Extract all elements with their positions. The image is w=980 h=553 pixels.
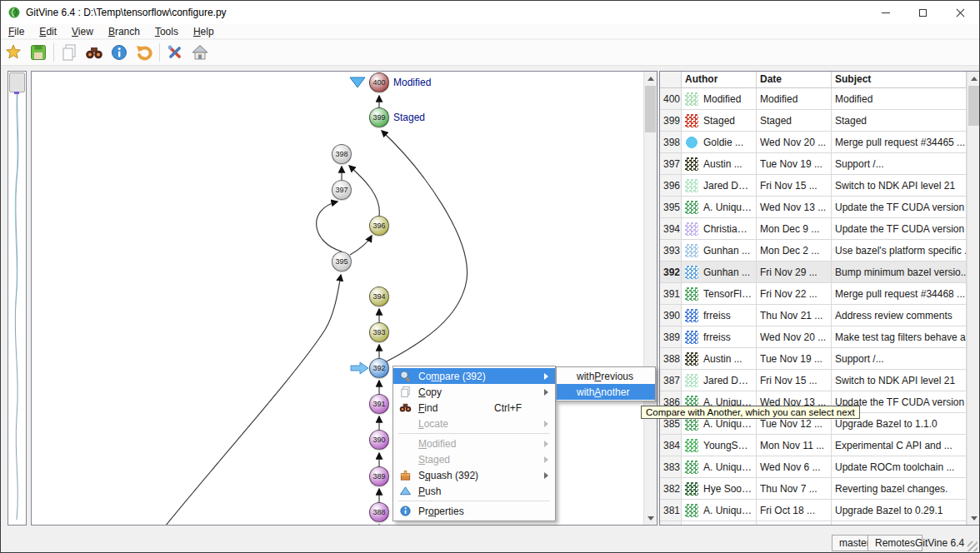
menu-tools[interactable]: Tools <box>148 25 186 38</box>
table-row-selected[interactable]: 392Gunhan ...Fri Nov 29 ...Bump minimum … <box>660 262 967 283</box>
table-row[interactable]: 389frreissWed Nov 20 ...Make test tag fi… <box>660 326 967 348</box>
table-row[interactable]: 396Jared DukeFri Nov 15 ...Switch to NDK… <box>660 175 967 197</box>
context-menu-item-push[interactable]: Push <box>393 483 555 499</box>
save-icon <box>29 43 48 62</box>
table-row[interactable]: 388Austin ...Tue Nov 19 ...Support /... <box>660 348 967 370</box>
table-row[interactable]: 381A. Unique ...Fri Oct 18 ...Upgrade Ba… <box>660 500 967 521</box>
submenu-arrow-icon <box>544 373 548 380</box>
context-menu-item-locate[interactable]: Locate <box>393 416 555 431</box>
table-row[interactable]: 390frreissThu Nov 21 ...Address review c… <box>660 305 967 326</box>
menu-separator <box>398 501 550 501</box>
menu-view[interactable]: View <box>64 25 101 38</box>
commit-node[interactable]: 399 <box>369 107 389 127</box>
menu-branch[interactable]: Branch <box>101 25 148 38</box>
scroll-thumb[interactable] <box>968 86 979 126</box>
column-header-num[interactable] <box>660 72 682 88</box>
commit-node[interactable]: 388 <box>369 502 389 522</box>
commit-table-panel[interactable]: Author Date Subject 400ModifiedModifiedM… <box>659 71 980 526</box>
context-menu: Compare (392) Copy Find Ctrl+F Locate Mo… <box>392 366 556 521</box>
commit-node[interactable]: 397 <box>332 180 352 200</box>
table-row[interactable]: 394Christian ...Mon Dec 9 ...Update the … <box>660 218 967 240</box>
column-header-date[interactable]: Date <box>757 72 832 88</box>
toolbar-button-star[interactable] <box>1 42 26 64</box>
commit-node[interactable]: 395 <box>332 252 352 272</box>
author-identicon <box>685 244 698 257</box>
table-row[interactable]: 399StagedStagedStaged <box>660 110 967 132</box>
context-menu-item-compare[interactable]: Compare (392) <box>393 368 555 384</box>
scroll-thumb[interactable] <box>645 86 656 132</box>
table-scrollbar[interactable] <box>967 72 980 525</box>
commit-node[interactable]: 396 <box>369 216 389 236</box>
window-controls <box>867 1 979 24</box>
toolbar-button-find[interactable] <box>82 42 107 64</box>
app-window: GitVine 6.4 : D:\Temp\tensorflow\configu… <box>0 0 980 553</box>
toolbar-button-info[interactable] <box>107 42 132 64</box>
submenu-arrow-icon <box>544 389 548 396</box>
squash-icon <box>399 469 412 481</box>
column-header-author[interactable]: Author <box>682 72 757 88</box>
context-menu-item-squash[interactable]: Squash (392) <box>393 467 555 483</box>
commit-node[interactable]: 393 <box>369 322 389 342</box>
toolbar-button-save[interactable] <box>26 42 51 64</box>
binoculars-icon <box>399 401 412 414</box>
commit-graph-edges <box>32 72 658 526</box>
menu-file[interactable]: File <box>1 25 32 38</box>
commit-graph-panel[interactable]: 400 399 398 397 396 395 394 393 392 391 … <box>31 71 658 526</box>
scroll-up-arrow[interactable] <box>968 72 980 85</box>
table-row[interactable]: 391TensorFlo...Fri Nov 22 ...Merge pull … <box>660 283 967 305</box>
commit-node[interactable]: 389 <box>369 466 389 486</box>
column-header-subject[interactable]: Subject <box>832 72 967 88</box>
maximize-button[interactable] <box>904 1 942 24</box>
commit-node[interactable]: 400 <box>369 72 389 92</box>
table-row[interactable]: 393Gunhan ...Mon Dec 2 ...Use bazel's pl… <box>660 240 967 262</box>
resize-grip[interactable] <box>968 541 978 551</box>
table-row[interactable]: 397Austin ...Tue Nov 19 ...Support /... <box>660 153 967 175</box>
author-identicon <box>685 136 698 149</box>
home-icon <box>191 43 209 62</box>
commit-node[interactable]: 398 <box>332 144 352 164</box>
table-row[interactable]: 395A. Unique ...Wed Nov 13 ...Update the… <box>660 197 967 218</box>
commit-node[interactable]: 390 <box>369 430 389 450</box>
table-row[interactable]: 398Goldie ...Wed Nov 20 ...Merge pull re… <box>660 132 967 153</box>
commit-node[interactable]: 394 <box>369 286 389 306</box>
toolbar-button-copy[interactable] <box>57 42 82 64</box>
minimap-graph-line <box>8 72 26 525</box>
head-marker-icon <box>350 77 365 87</box>
author-identicon <box>685 461 698 474</box>
table-row[interactable]: 383A. Unique ...Wed Nov 6 ...Update ROCm… <box>660 456 967 478</box>
scroll-down-arrow[interactable] <box>644 511 658 525</box>
graph-overview-minimap[interactable] <box>8 71 27 526</box>
context-menu-item-properties[interactable]: Properties <box>393 503 555 519</box>
table-row[interactable]: 382Hye Soo ...Thu Nov 7 ...Reverting baz… <box>660 478 967 500</box>
author-identicon <box>685 504 698 517</box>
title-bar[interactable]: GitVine 6.4 : D:\Temp\tensorflow\configu… <box>1 1 979 24</box>
close-button[interactable] <box>942 1 979 24</box>
table-row[interactable]: 387Jared DukeFri Nov 15 ...Switch to NDK… <box>660 370 967 391</box>
toolbar-button-undo[interactable] <box>132 42 157 64</box>
minimize-icon <box>882 12 890 13</box>
menu-help[interactable]: Help <box>186 25 222 38</box>
author-identicon <box>685 201 698 214</box>
minimap-viewport[interactable] <box>9 72 25 92</box>
scroll-up-arrow[interactable] <box>644 72 658 85</box>
commit-node-selected[interactable]: 392 <box>369 358 389 378</box>
context-menu-item-modified[interactable]: Modified <box>393 436 555 451</box>
submenu-item-with-another[interactable]: with Another <box>557 384 655 400</box>
staged-label: Staged <box>393 112 425 123</box>
scroll-down-arrow[interactable] <box>968 511 980 525</box>
table-header: Author Date Subject <box>660 72 967 88</box>
table-row[interactable]: 400ModifiedModifiedModified <box>660 88 967 110</box>
context-menu-item-find[interactable]: Find Ctrl+F <box>393 400 555 416</box>
context-menu-item-staged[interactable]: Staged <box>393 451 555 467</box>
submenu-item-with-previous[interactable]: with Previous <box>557 368 655 384</box>
toolbar-button-tools[interactable] <box>162 42 188 64</box>
table-row[interactable]: 384YoungSeo...Mon Nov 11 ...Experimental… <box>660 435 967 456</box>
table-row-partial[interactable] <box>660 521 967 526</box>
commit-node[interactable]: 391 <box>369 394 389 414</box>
context-menu-item-copy[interactable]: Copy <box>393 384 555 400</box>
graph-scrollbar[interactable] <box>643 72 657 525</box>
author-identicon <box>685 439 698 452</box>
toolbar-button-home[interactable] <box>188 42 212 64</box>
minimize-button[interactable] <box>867 1 904 24</box>
menu-edit[interactable]: Edit <box>32 25 64 38</box>
